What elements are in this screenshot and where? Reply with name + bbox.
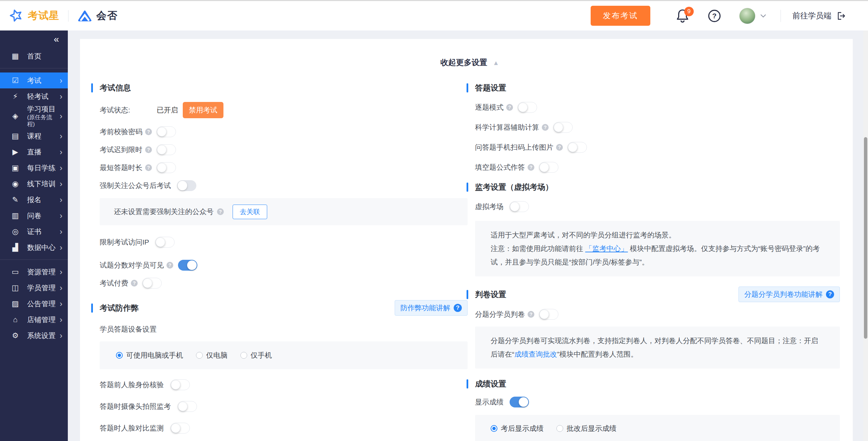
grading-guide-button[interactable]: 分题分学员判卷功能讲解 ? — [738, 287, 840, 302]
device-option-mobile-only[interactable]: 仅手机 — [240, 351, 272, 360]
triangle-up-icon: ▲ — [493, 59, 499, 66]
certificate-icon: ◎ — [10, 227, 20, 236]
help-tooltip-icon[interactable]: ? — [145, 146, 152, 153]
sidebar-item-announcement-management[interactable]: ▨ 公告管理 › — [0, 296, 68, 312]
chevron-down-icon[interactable] — [760, 12, 767, 20]
face-compare-row: 答题时人脸对比监测 — [100, 423, 468, 434]
sidebar-item-light-exam[interactable]: ⚡ 轻考试 › — [0, 88, 68, 104]
split-grading-toggle[interactable] — [539, 309, 558, 320]
sidebar-item-exam[interactable]: ☑ 考试 › — [0, 72, 68, 88]
shop-icon: ⌂ — [10, 315, 20, 324]
question-circle-icon: ? — [454, 304, 462, 312]
help-tooltip-icon[interactable]: ? — [556, 144, 563, 151]
score-after-exam-option[interactable]: 考后显示成绩 — [491, 424, 544, 433]
link-wechat-button[interactable]: 去关联 — [233, 205, 267, 219]
paid-exam-toggle[interactable] — [142, 278, 162, 289]
disable-exam-button[interactable]: 禁用考试 — [183, 102, 223, 118]
sidebar-item-learning-project[interactable]: ◈ 学习项目 (原任务流程) › — [0, 104, 68, 128]
sidebar-collapse-button[interactable]: « — [0, 30, 68, 48]
qr-upload-toggle[interactable] — [568, 142, 587, 153]
chevron-right-icon: › — [60, 131, 62, 141]
avatar[interactable] — [739, 8, 755, 24]
signup-icon: ✎ — [10, 195, 20, 204]
help-tooltip-icon[interactable]: ? — [542, 124, 549, 131]
force-follow-toggle[interactable] — [177, 180, 196, 191]
partner-logo-icon — [77, 10, 92, 22]
help-tooltip-icon[interactable]: ? — [506, 104, 513, 111]
score-after-review-option[interactable]: 批改后显示成绩 — [556, 424, 616, 433]
device-options-box: 可使用电脑或手机 仅电脑 仅手机 — [100, 341, 468, 369]
sidebar-item-resource-management[interactable]: ▭ 资源管理 › — [0, 264, 68, 280]
calculator-toggle[interactable] — [553, 122, 573, 133]
show-score-toggle[interactable] — [510, 397, 529, 407]
late-limit-toggle[interactable] — [157, 144, 176, 155]
face-compare-toggle[interactable] — [171, 423, 190, 434]
face-verify-toggle[interactable] — [171, 379, 190, 390]
sidebar-item-home[interactable]: ▦ 首页 — [0, 48, 68, 64]
chevron-right-icon: › — [60, 163, 62, 173]
device-option-pc-only[interactable]: 仅电脑 — [196, 351, 228, 360]
radio-icon — [196, 352, 203, 359]
brand-logo[interactable]: 考试星 会否 — [9, 8, 118, 23]
help-tooltip-icon[interactable]: ? — [166, 262, 173, 269]
sidebar-item-data-center[interactable]: ▟ 数据中心 › — [0, 239, 68, 255]
camera-photo-row: 答题时摄像头拍照监考 — [100, 401, 468, 412]
chevron-right-icon: › — [60, 111, 62, 121]
help-tooltip-icon[interactable]: ? — [217, 208, 224, 215]
anti-cheat-guide-button[interactable]: 防作弊功能讲解 ? — [395, 300, 468, 316]
chevron-right-icon: › — [60, 315, 62, 324]
svg-text:?: ? — [712, 12, 717, 20]
virtual-room-toggle[interactable] — [510, 201, 529, 212]
scrollbar-track[interactable] — [863, 30, 868, 441]
question-circle-icon: ? — [707, 9, 722, 23]
pre-exam-password-toggle[interactable] — [157, 126, 176, 137]
sidebar-item-offline-training[interactable]: ◉ 线下培训 › — [0, 176, 68, 192]
student-portal-label: 前往学员端 — [792, 10, 831, 21]
section-accent-bar — [91, 303, 93, 313]
min-answer-duration-toggle[interactable] — [157, 162, 176, 173]
face-verify-row: 答题前人脸身份核验 — [100, 379, 468, 390]
help-tooltip-icon[interactable]: ? — [145, 128, 152, 135]
device-option-pc-or-mobile[interactable]: 可使用电脑或手机 — [116, 351, 183, 360]
per-question-mode-toggle[interactable] — [518, 102, 537, 113]
sidebar-item-course[interactable]: ▤ 课程 › — [0, 128, 68, 144]
project-icon: ◈ — [10, 112, 20, 121]
chevron-right-icon: › — [60, 76, 62, 85]
chevron-right-icon: › — [60, 243, 62, 252]
sidebar-item-survey[interactable]: ▥ 问卷 › — [0, 208, 68, 224]
section-proctor: 监考设置（虚拟考场） — [467, 182, 840, 192]
formula-answer-toggle[interactable] — [539, 162, 558, 173]
force-follow-row: 强制关注公众号后考试 — [100, 180, 468, 191]
sidebar-item-student-management[interactable]: ◫ 学员管理 › — [0, 280, 68, 296]
qr-upload-row: 问答题手机扫码上传图片 ? — [475, 142, 840, 153]
offline-training-icon: ◉ — [10, 180, 20, 188]
proctor-center-link[interactable]: 「监考中心」 — [585, 245, 628, 252]
help-button[interactable]: ? — [707, 9, 722, 23]
chevron-right-icon: › — [60, 179, 62, 189]
score-visible-toggle[interactable] — [178, 260, 197, 271]
help-tooltip-icon[interactable]: ? — [528, 164, 534, 171]
sidebar-item-shop-management[interactable]: ⌂ 店铺管理 › — [0, 312, 68, 328]
notifications-button[interactable]: 9 — [675, 8, 690, 24]
help-tooltip-icon[interactable]: ? — [131, 280, 138, 287]
sidebar-item-daily-practice[interactable]: ▣ 每日学练 › — [0, 160, 68, 176]
chevron-right-icon: › — [60, 211, 62, 220]
ip-restrict-toggle[interactable] — [155, 237, 175, 248]
sidebar-item-system-settings[interactable]: ⚙ 系统设置 › — [0, 328, 68, 343]
help-tooltip-icon[interactable]: ? — [528, 311, 534, 318]
late-limit-row: 考试迟到限时 ? — [100, 144, 468, 155]
question-circle-icon: ? — [826, 290, 834, 298]
collapse-more-settings-button[interactable]: 收起更多设置 ▲ — [100, 57, 840, 68]
sidebar-item-live[interactable]: ▶ 直播 › — [0, 144, 68, 160]
star-logo-icon — [9, 8, 24, 23]
score-review-link[interactable]: 成绩查询批改 — [514, 350, 557, 358]
publish-exam-button[interactable]: 发布考试 — [591, 6, 650, 26]
sidebar-item-signup[interactable]: ✎ 报名 › — [0, 192, 68, 208]
camera-photo-toggle[interactable] — [178, 401, 197, 412]
scrollbar-thumb[interactable] — [864, 137, 867, 339]
help-tooltip-icon[interactable]: ? — [145, 164, 152, 171]
student-portal-link[interactable]: 前往学员端 — [792, 10, 846, 21]
announcement-icon: ▨ — [10, 299, 20, 308]
sidebar-item-certificate[interactable]: ◎ 证书 › — [0, 224, 68, 239]
wechat-notice-box: 还未设置需要强制关注的公众号 ? 去关联 — [100, 198, 468, 225]
